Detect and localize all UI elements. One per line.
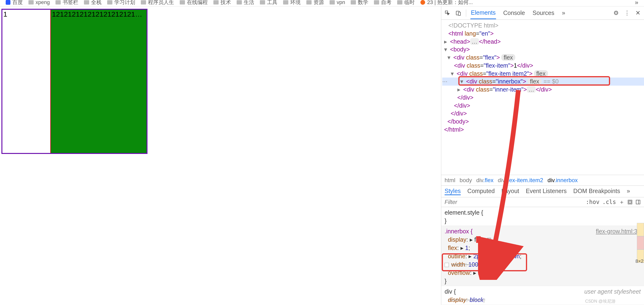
- bookmark-baidu[interactable]: 百度: [6, 0, 23, 6]
- svg-rect-5: [636, 200, 640, 204]
- dom-head[interactable]: ▸ <head>…</head>: [442, 38, 644, 46]
- folder-icon: [28, 0, 34, 4]
- svg-rect-3: [628, 200, 632, 204]
- settings-icon[interactable]: ⚙: [613, 10, 619, 16]
- tab-computed[interactable]: Computed: [467, 188, 494, 195]
- dom-doctype[interactable]: <!DOCTYPE html>: [442, 22, 644, 30]
- dom-close-html[interactable]: </html>: [442, 126, 644, 134]
- computed-toggle-icon[interactable]: [628, 200, 632, 205]
- dom-close-flex[interactable]: </div>: [442, 110, 644, 118]
- svg-rect-4: [629, 201, 631, 203]
- tab-styles[interactable]: Styles: [444, 188, 461, 195]
- new-style-button[interactable]: ＋: [619, 198, 624, 206]
- rule-source-ua: user agent stylesheet: [584, 288, 641, 296]
- folder-icon: [56, 0, 61, 4]
- bookmark-life[interactable]: 生活: [237, 0, 254, 6]
- tab-elements[interactable]: Elements: [470, 7, 496, 19]
- kebab-icon[interactable]: ⋮: [624, 10, 630, 16]
- close-icon[interactable]: ✕: [634, 10, 641, 16]
- size-label: 8×2: [636, 258, 644, 264]
- fire-icon: [420, 0, 425, 5]
- flex-container: 1 12121212121212121212121212...: [2, 10, 146, 153]
- bookmark-tech[interactable]: 技术: [214, 0, 231, 6]
- styles-filter-input[interactable]: [444, 199, 583, 206]
- folder-icon: [306, 0, 312, 4]
- folder-icon: [107, 0, 112, 4]
- device-toggle-icon[interactable]: [455, 10, 462, 16]
- crumb-divflex[interactable]: div.flex: [476, 177, 494, 184]
- sidebar-toggle-icon[interactable]: [636, 200, 641, 205]
- dom-innerbox-selected[interactable]: ⋯ ▾ <div class="innerbox">flex== $0: [442, 78, 644, 86]
- watermark: CSDN @埃尼游: [585, 298, 616, 304]
- bookmark-overflow-button[interactable]: »: [635, 0, 638, 6]
- bookmark-resources[interactable]: 资源: [306, 0, 324, 6]
- crumb-html[interactable]: html: [444, 177, 455, 184]
- bookmark-tools[interactable]: 工具: [260, 0, 278, 6]
- tab-layout[interactable]: Layout: [501, 188, 519, 195]
- cls-button[interactable]: .cls: [602, 199, 616, 206]
- bookmark-xpeng[interactable]: xpeng: [28, 0, 50, 6]
- dom-close-body[interactable]: </body>: [442, 118, 644, 126]
- dom-body[interactable]: ▾ <body>: [442, 46, 644, 54]
- flex-item-1: 1: [2, 10, 51, 153]
- rule-innerbox[interactable]: flex-grow.html:30 .innerbox { display: ▸…: [441, 226, 644, 286]
- dom-inner-item[interactable]: ▸ <div class="inner-item">…</div>: [442, 86, 644, 94]
- dom-html[interactable]: <html lang="en">: [442, 30, 644, 38]
- baidu-icon: [6, 0, 10, 5]
- folder-icon: [141, 0, 146, 4]
- folder-icon: [84, 0, 89, 4]
- bookmark-temp[interactable]: 临时: [397, 0, 415, 6]
- tab-dombreakpoints[interactable]: DOM Breakpoints: [573, 188, 620, 195]
- rule-element-style[interactable]: element.style { }: [441, 207, 644, 226]
- bookmark-bookmarkbar[interactable]: 书签栏: [56, 0, 78, 6]
- crumb-innerbox[interactable]: div.innerbox: [548, 177, 578, 184]
- crumb-body[interactable]: body: [460, 177, 472, 184]
- bookmark-onlinecoding[interactable]: 在线编程: [180, 0, 208, 6]
- styles-tabs: Styles Computed Layout Event Listeners D…: [441, 186, 644, 197]
- devtools-panel: Elements Console Sources » ⚙ ⋮ ✕ <!DOCTY…: [441, 6, 644, 305]
- crumb-flexitem[interactable]: div.flex-item.item2: [498, 177, 543, 184]
- svg-rect-2: [458, 12, 460, 16]
- styles-body: element.style { } flex-grow.html:30 .inn…: [441, 207, 644, 305]
- color-swatch-icon[interactable]: [498, 254, 503, 259]
- dom-flex-item2[interactable]: ▾ <div class="flex-item item2">flex: [442, 70, 644, 78]
- bookmark-devlife[interactable]: 程序员人生: [141, 0, 174, 6]
- folder-icon: [283, 0, 288, 4]
- styles-filter-bar: :hov .cls ＋: [441, 197, 644, 207]
- bookmark-vpn[interactable]: vpn: [330, 0, 345, 6]
- rule-source-link[interactable]: flex-grow.html:30: [596, 227, 641, 236]
- tab-eventlisteners[interactable]: Event Listeners: [526, 188, 567, 195]
- dom-close-item2[interactable]: </div>: [442, 102, 644, 110]
- tab-styles-more[interactable]: »: [627, 188, 630, 195]
- bookmarks-bar: 百度 xpeng 书签栏 全栈 学习计划 程序员人生 在线编程 技术 生活 工具…: [0, 0, 644, 5]
- page-viewport: 1 12121212121212121212121212...: [0, 6, 441, 305]
- bookmark-fullstack[interactable]: 全栈: [84, 0, 102, 6]
- bookmark-article[interactable]: 23 | 热更新：如何...: [420, 0, 473, 6]
- devtools-tabs: Elements Console Sources »: [470, 7, 566, 19]
- inspect-icon[interactable]: [444, 10, 451, 16]
- bookmark-env[interactable]: 环境: [283, 0, 301, 6]
- dom-div-flex[interactable]: ▾ <div class="flex">flex: [442, 54, 644, 62]
- dom-tree[interactable]: <!DOCTYPE html> <html lang="en"> ▸ <head…: [441, 20, 644, 175]
- tab-more[interactable]: »: [562, 7, 566, 19]
- tab-sources[interactable]: Sources: [532, 7, 555, 19]
- bookmark-math[interactable]: 数学: [351, 0, 368, 6]
- tab-console[interactable]: Console: [503, 7, 526, 19]
- coverage-stripes: [637, 223, 644, 263]
- dom-close-innerbox[interactable]: </div>: [442, 94, 644, 102]
- bookmark-selfstudy[interactable]: 自考: [374, 0, 392, 6]
- bookmark-studyplan[interactable]: 学习计划: [107, 0, 135, 6]
- hov-button[interactable]: :hov: [586, 199, 600, 206]
- folder-icon: [397, 0, 402, 4]
- flex-item-2: 12121212121212121212121212...: [51, 10, 146, 153]
- folder-icon: [260, 0, 265, 4]
- folder-icon: [374, 0, 379, 4]
- folder-icon: [180, 0, 185, 4]
- breadcrumb: html body div.flex div.flex-item.item2 d…: [441, 175, 644, 186]
- dom-flex-item1[interactable]: <div class="flex-item">1</div>: [442, 62, 644, 70]
- folder-icon: [351, 0, 356, 4]
- folder-icon: [330, 0, 335, 4]
- property-checkbox[interactable]: [444, 263, 449, 267]
- devtools-toolbar: Elements Console Sources » ⚙ ⋮ ✕: [441, 6, 644, 20]
- folder-icon: [237, 0, 242, 4]
